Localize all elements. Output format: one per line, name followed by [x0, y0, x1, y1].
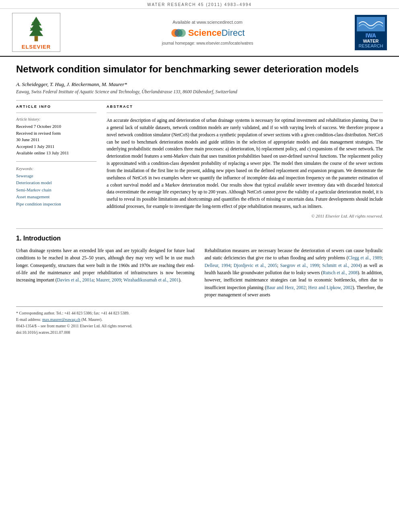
journal-info-text: WATER RESEARCH 45 (2011) 4983–4994	[147, 2, 252, 7]
ref-herz-lipkow[interactable]: Herz and Lipkow, 2002	[308, 285, 352, 290]
section-title-text: Introduction	[23, 235, 61, 242]
main-content: Network condition simulator for benchmar…	[0, 57, 399, 342]
article-info-divider	[16, 113, 97, 113]
issn-line: 0043-1354/$ – see front matter © 2011 El…	[16, 323, 383, 329]
svg-point-10	[178, 29, 186, 37]
keyword-sewerage: Sewerage	[16, 173, 97, 180]
doi-line: doi:10.1016/j.watres.2011.07.008	[16, 329, 383, 336]
keywords-divider	[16, 161, 97, 162]
intro-left-text: Urban drainage systems have an extended …	[16, 247, 195, 284]
direct-part: Direct	[222, 28, 245, 38]
received-revised-label: Received in revised form	[16, 130, 97, 137]
corresponding-author-text: * Corresponding author. Tel.: +41 44 823…	[16, 311, 130, 315]
wr-research-text: RESEARCH	[357, 43, 385, 48]
authors-line: A. Scheidegger, T. Hug, J. Rieckermann, …	[16, 81, 383, 88]
history-label: Article history:	[16, 117, 97, 121]
keyword-pipe-condition: Pipe condition inspection	[16, 201, 97, 208]
copyright-text: © 2011 Elsevier Ltd. All rights reserved…	[107, 214, 383, 218]
intro-section-title: 1. Introduction	[16, 235, 383, 242]
water-research-badge: IWA WATER RESEARCH	[355, 15, 387, 50]
affiliation-text: Eawag, Swiss Federal Institute of Aquati…	[16, 89, 383, 94]
sd-icon	[171, 27, 187, 39]
ref-maurer[interactable]: Maurer, 2009	[96, 277, 121, 282]
available-at-text: Available at www.sciencedirect.com	[173, 20, 243, 25]
ref-schmitt[interactable]: Schmitt et al., 2004	[322, 263, 360, 268]
svg-marker-3	[29, 26, 43, 36]
svg-rect-0	[35, 36, 38, 41]
email-suffix-text: (M. Maurer).	[81, 317, 102, 322]
water-waves-icon	[359, 18, 383, 30]
ref-davies[interactable]: Davies et al., 2001a	[57, 277, 94, 282]
ref-clegg[interactable]: Clegg et al., 1989	[348, 255, 381, 260]
keyword-deterioration-model: Deterioration model	[16, 179, 97, 187]
intro-left-col: Urban drainage systems have an extended …	[16, 247, 195, 299]
ref-baur[interactable]: Baur and Herz, 2002	[266, 285, 305, 290]
svg-point-7	[41, 28, 42, 30]
svg-point-5	[39, 23, 41, 25]
article-info-label: ARTICLE INFO	[16, 105, 97, 109]
abstract-column: ABSTRACT An accurate description of agin…	[107, 105, 383, 218]
journal-homepage-text: journal homepage: www.elsevier.com/locat…	[162, 41, 253, 45]
keyword-semi-markov: Semi-Markov chain	[16, 187, 97, 194]
article-info-abstract: ARTICLE INFO Article history: Received 7…	[16, 105, 383, 218]
introduction-section: 1. Introduction Urban drainage systems h…	[16, 228, 383, 299]
ref-delleur[interactable]: Delleur, 1994	[205, 263, 230, 268]
email-link[interactable]: max.maurer@eawag.ch	[42, 317, 80, 322]
keyword-asset-management: Asset management	[16, 193, 97, 201]
intro-body-columns: Urban drainage systems have an extended …	[16, 247, 383, 299]
abstract-label: ABSTRACT	[107, 105, 383, 109]
keywords-section: Keywords: Sewerage Deterioration model S…	[16, 166, 97, 208]
received-1: Received 7 October 2010	[16, 123, 97, 130]
intro-right-col: Rehabilitation measures are necessary be…	[205, 247, 383, 299]
section-number: 1.	[16, 235, 21, 242]
article-info-column: ARTICLE INFO Article history: Received 7…	[16, 105, 97, 218]
sciencedirect-logo: ScienceDirect	[171, 27, 245, 39]
corresponding-author-note: * Corresponding author. Tel.: +41 44 823…	[16, 310, 383, 316]
svg-point-6	[30, 28, 32, 29]
center-header-logo: Available at www.sciencedirect.com Scien…	[60, 20, 355, 45]
elsevier-logo: ELSEVIER	[12, 13, 60, 52]
ref-wirahadikusumah[interactable]: Wirahadikusumah et al., 2001	[123, 277, 179, 282]
ref-rutsch[interactable]: Rutsch et al., 2008	[323, 270, 358, 275]
intro-right-text: Rehabilitation measures are necessary be…	[205, 247, 383, 299]
svg-point-4	[32, 22, 34, 24]
footnotes-section: * Corresponding author. Tel.: +41 44 823…	[16, 306, 383, 336]
journal-info-bar: WATER RESEARCH 45 (2011) 4983–4994	[0, 0, 399, 9]
available-online-date: Available online 13 July 2011	[16, 150, 97, 156]
sciencedirect-text: ScienceDirect	[188, 28, 245, 38]
wr-iwa-text: IWA	[357, 32, 385, 39]
elsevier-brand-text: ELSEVIER	[22, 44, 51, 50]
email-note: E-mail address: max.maurer@eawag.ch (M. …	[16, 316, 383, 323]
header-divider	[16, 100, 383, 101]
elsevier-tree-icon	[22, 15, 50, 43]
wr-water-text: WATER	[357, 39, 385, 43]
ref-saegrov[interactable]: Saegrov et al., 1999	[280, 263, 319, 268]
page-header: ELSEVIER Available at www.sciencedirect.…	[0, 9, 399, 57]
received-revised-date: 30 June 2011	[16, 136, 97, 143]
ref-djordjevic[interactable]: Djordjevic et al., 2005	[234, 263, 277, 268]
article-title: Network condition simulator for benchmar…	[16, 63, 383, 75]
abstract-divider	[107, 113, 383, 113]
accepted-date: Accepted 1 July 2011	[16, 143, 97, 150]
abstract-text: An accurate description of aging and det…	[107, 117, 383, 210]
authors-text: A. Scheidegger, T. Hug, J. Rieckermann, …	[16, 81, 127, 87]
science-part: Science	[188, 28, 222, 38]
keywords-label: Keywords:	[16, 166, 97, 171]
email-label-text: E-mail address:	[16, 317, 41, 322]
